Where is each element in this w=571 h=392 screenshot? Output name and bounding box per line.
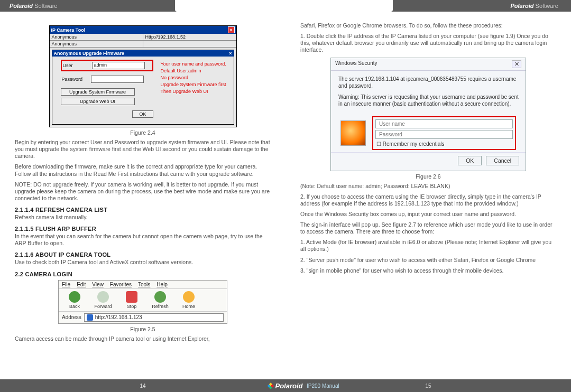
back-button[interactable]: Back [62, 291, 87, 309]
footer-bar: 14 15 Polaroid IP200 Manual [0, 379, 571, 392]
heading-flush: 2.1.1.5 FLUSH ARP BUFFER [15, 226, 271, 232]
para-before-download: Before downloading the firmware, make su… [15, 163, 271, 177]
ann-default-user: Default User:admin [161, 69, 235, 74]
fig24-pass-label: Password [62, 77, 91, 82]
upgrade-web-button[interactable]: Upgrade Web UI [61, 98, 135, 105]
fig24-pass-field: Password [61, 74, 153, 84]
header-left: Polaroid Software [0, 3, 175, 9]
figure-2-5: File Edit View Favorites Tools Help Back… [58, 280, 227, 324]
fig24-row2-blank [143, 41, 236, 47]
para-security-box: Once the Windows Security box comes up, … [300, 211, 556, 218]
fig24-row1: Anonymous Http://192.168.1.52 [50, 34, 236, 41]
stop-icon [126, 291, 137, 303]
fig25-menu: File Edit View Favorites Tools Help [59, 281, 227, 289]
para-refresh: Refresh camera list manually. [15, 214, 271, 221]
menu-tools[interactable]: Tools [138, 282, 150, 287]
stop-label: Stop [127, 304, 137, 309]
upgrade-system-button[interactable]: Upgrade System Firmware [61, 88, 135, 96]
footer-brand-text: Polaroid [275, 382, 302, 390]
fig24-annotations: Your user name and password. Default Use… [161, 62, 235, 96]
para-default-creds: (Note: Default user name: admin; Passwor… [300, 183, 556, 190]
fig25-caption: Figure 2.5 [15, 326, 271, 332]
header-right: Polaroid Software [393, 3, 571, 9]
refresh-button[interactable]: Refresh [148, 291, 173, 309]
password-input[interactable]: Password [375, 130, 513, 139]
cancel-button[interactable]: Cancel [486, 156, 519, 165]
fig24-user-label: User [63, 63, 92, 68]
fig25-toolbar: Back Forward Stop Refresh Home [59, 289, 227, 312]
forward-label: Forward [94, 304, 112, 309]
ann-user-pass: Your user name and password. [161, 62, 235, 67]
menu-view[interactable]: View [92, 282, 104, 287]
close-icon[interactable]: × [228, 26, 235, 33]
para-mode3: 3. "sign in mobile phone" for user who w… [300, 267, 556, 274]
ann-no-password: No password [161, 76, 235, 81]
fig24-dialog-title: Anonymous Upgrade Firmware [54, 51, 125, 56]
remember-label: Remember my credentials [383, 141, 445, 147]
para-access: Camera access can be made through IP cam… [15, 335, 271, 342]
polaroid-logo-icon [268, 382, 274, 389]
para-signin: The sign-in interface will pop up. See f… [300, 221, 556, 235]
para-about: Use to check both IP Camera tool and Act… [15, 259, 271, 266]
para-browsers: Safari, Firefox or Google Chrome browser… [300, 22, 556, 29]
footer-manual: IP200 Manual [307, 383, 339, 389]
footer-brand: Polaroid [268, 382, 302, 390]
para-step2: 2. If you choose to access the camera us… [300, 193, 556, 207]
forward-icon [97, 291, 109, 303]
close-icon[interactable]: × [229, 51, 232, 56]
stop-button[interactable]: Stop [119, 291, 144, 309]
brand-word: Polaroid [10, 3, 33, 9]
address-label: Address [62, 314, 81, 320]
heading-login: 2.2 CAMERA LOGIN [15, 271, 271, 277]
username-input[interactable]: User name [375, 119, 513, 128]
header-notch [175, 0, 393, 12]
fig24-row2-name: Anonymous [50, 41, 143, 47]
fig24-dialog-titlebar: Anonymous Upgrade Firmware × [52, 50, 234, 57]
fig24-row1-url: Http://192.168.1.52 [143, 34, 236, 40]
fig26-line2: Warning: This server is requesting that … [338, 94, 519, 107]
brand-suffix: Software [34, 3, 57, 9]
remember-checkbox[interactable]: ☐ Remember my credentials [375, 141, 513, 147]
page-right: Safari, Firefox or Google Chrome browser… [286, 12, 571, 379]
para-begin: Begin by entering your correct User and … [15, 139, 271, 160]
fig26-caption: Figure 2.6 [300, 173, 556, 180]
page-left: IP Camera Tool × Anonymous Http://192.16… [0, 12, 286, 379]
heading-about: 2.1.1.6 ABOUT IP CAMERA TOOL [15, 251, 271, 258]
fig26-titlebar: Windows Security ✕ [331, 58, 526, 71]
figure-2-4: IP Camera Tool × Anonymous Http://192.16… [49, 25, 237, 127]
fig24-user-input[interactable]: admin [92, 62, 145, 69]
fig26-line1: The server 192.168.1.104 at ipcamera_000… [338, 76, 519, 89]
close-icon[interactable]: ✕ [512, 60, 521, 68]
fig26-fields: User name Password ☐ Remember my credent… [372, 116, 516, 150]
fig24-row2: Anonymous [50, 41, 236, 48]
fig24-pass-input[interactable] [91, 76, 144, 83]
page-number-left: 14 [0, 383, 286, 389]
menu-file[interactable]: File [62, 282, 70, 287]
ann-upgrade-web: Then Upgrade Web UI [161, 89, 235, 95]
forward-button[interactable]: Forward [90, 291, 116, 309]
fig24-title: IP Camera Tool [51, 27, 86, 33]
ie-icon [87, 314, 93, 321]
para-mode2: 2. "Server push mode" for user who wish … [300, 257, 556, 264]
avatar-icon [340, 120, 366, 146]
refresh-icon [154, 291, 166, 303]
address-value: http://192.168.1.123 [95, 314, 142, 320]
ok-button[interactable]: OK [132, 110, 153, 118]
fig24-dialog: Anonymous Upgrade Firmware × User admin … [52, 50, 234, 125]
home-label: Home [182, 304, 195, 309]
para-step1: 1. Double click the IP address of the IP… [300, 33, 556, 53]
para-mode1: 1. Active Mode (for IE browser) availabl… [300, 239, 556, 253]
home-button[interactable]: Home [176, 291, 201, 309]
menu-help[interactable]: Help [156, 282, 168, 287]
fig24-caption: Figure 2.4 [15, 129, 271, 136]
menu-edit[interactable]: Edit [77, 282, 86, 287]
figure-2-6: Windows Security ✕ The server 192.168.1.… [330, 58, 526, 171]
brand-suffix-r: Software [536, 3, 558, 9]
home-icon [183, 291, 195, 303]
fig24-row1-name: Anonymous [50, 34, 143, 40]
fig24-titlebar: IP Camera Tool × [50, 26, 236, 34]
back-icon [69, 291, 80, 303]
address-input[interactable]: http://192.168.1.123 [84, 313, 224, 322]
menu-favorites[interactable]: Favorites [110, 282, 132, 287]
ok-button[interactable]: OK [458, 156, 482, 165]
